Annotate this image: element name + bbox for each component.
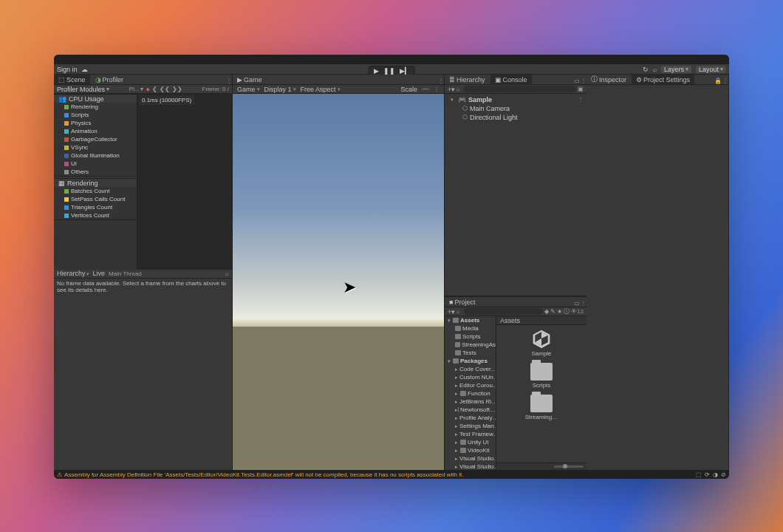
search-icon[interactable]: ⌕ xyxy=(653,66,657,73)
tab-project[interactable]: ■Project xyxy=(445,297,479,307)
profiler-metric[interactable]: Others xyxy=(54,168,137,176)
step-button[interactable]: ▶▎ xyxy=(400,67,410,75)
add-button[interactable]: +▾ xyxy=(448,308,455,316)
folder-row[interactable]: ▸Code Cover… xyxy=(445,365,496,373)
scale-slider[interactable] xyxy=(422,88,429,90)
profiler-metric[interactable]: Rendering xyxy=(54,103,137,111)
profiler-metric[interactable]: GarbageCollector xyxy=(54,135,137,143)
folder-row[interactable]: StreamingAs xyxy=(445,341,496,349)
filter-icon[interactable]: ✎ xyxy=(550,308,555,315)
folder-row[interactable]: Tests xyxy=(445,349,496,357)
scene-menu-icon[interactable]: ⋮ xyxy=(578,95,584,104)
hierarchy-search[interactable] xyxy=(464,86,576,92)
add-button[interactable]: +▾ xyxy=(448,86,455,93)
folder-row[interactable]: Media xyxy=(445,324,496,332)
project-search[interactable] xyxy=(464,308,543,315)
panel-menu-icon[interactable]: ⋮ xyxy=(581,300,587,307)
live-toggle[interactable]: Live xyxy=(93,270,106,277)
warning-icon[interactable]: ⚠ xyxy=(57,471,62,478)
signin-button[interactable]: Sign in xyxy=(57,66,78,73)
folder-row[interactable]: ▸Editor Corou… xyxy=(445,381,496,389)
folder-row[interactable]: ▸VideoKit xyxy=(445,446,496,454)
folder-row[interactable]: ▸Newtonsoft… xyxy=(445,406,496,414)
game-options-icon[interactable]: ⋮ xyxy=(434,86,440,92)
asset-folder[interactable]: Scripts xyxy=(499,363,584,389)
status-icon[interactable]: ⟳ xyxy=(705,471,710,478)
status-icon[interactable]: ⬚ xyxy=(696,471,702,478)
profiler-chart-area[interactable]: 0.1ms (10000FPS) xyxy=(137,94,232,270)
panel-menu-icon[interactable]: ⋮ xyxy=(226,78,232,84)
asset-folder[interactable]: Streaming… xyxy=(499,395,584,420)
hidden-count[interactable]: 👁13 xyxy=(571,308,584,315)
cpu-usage-module[interactable]: 👥CPU Usage xyxy=(54,95,137,103)
panel-maximize-icon[interactable]: ▭ xyxy=(574,300,580,307)
panel-menu-icon[interactable]: ⋮ xyxy=(581,78,587,84)
asset-scene[interactable]: Sample xyxy=(499,328,584,357)
profiler-metric[interactable]: Animation xyxy=(54,127,137,135)
game-view[interactable]: ➤ xyxy=(233,94,444,470)
gameobject-row[interactable]: ⬡Directional Light xyxy=(448,113,584,122)
tab-console[interactable]: ▣Console xyxy=(490,75,532,84)
profiler-metric[interactable]: Scripts xyxy=(54,111,137,119)
project-tree[interactable]: ▾Assets MediaScriptsStreamingAsTests ▾Pa… xyxy=(445,316,496,470)
status-message[interactable]: Assembly for Assembly Definition File 'A… xyxy=(64,471,463,478)
search-icon[interactable]: ⌕ xyxy=(457,86,460,92)
folder-row[interactable]: ▸Profile Analy… xyxy=(445,414,496,422)
profiler-metric[interactable]: UI xyxy=(54,160,137,168)
folder-row[interactable]: ▸Visual Studio… xyxy=(445,454,496,463)
undo-history-icon[interactable]: ↻ xyxy=(643,66,649,73)
grid-size-slider[interactable] xyxy=(554,466,584,468)
pause-button[interactable]: ❚❚ xyxy=(383,67,395,75)
play-button[interactable]: ▶ xyxy=(374,67,379,75)
profiler-metric[interactable]: Physics xyxy=(54,119,137,127)
favorite-icon[interactable]: ★ xyxy=(557,308,562,315)
hidden-icon[interactable]: ⓘ xyxy=(564,307,570,316)
panel-maximize-icon[interactable]: ▭ xyxy=(574,78,580,84)
rendering-module[interactable]: ▦Rendering xyxy=(54,179,137,187)
folder-row[interactable]: ▸Function xyxy=(445,389,496,398)
target-dropdown[interactable]: Pl...▾ xyxy=(129,86,144,92)
gameobject-row[interactable]: ⬡Main Camera xyxy=(448,104,584,113)
layout-dropdown[interactable]: Layout▾ xyxy=(696,66,726,73)
prev-frames-icon[interactable]: ❮❮ xyxy=(160,86,170,92)
tab-project-settings[interactable]: ⚙Project Settings xyxy=(632,75,694,84)
folder-row[interactable]: ▸JetBrains Ri… xyxy=(445,398,496,406)
aspect-dropdown[interactable]: Free Aspect xyxy=(301,86,341,93)
panel-menu-icon[interactable]: ⋮ xyxy=(722,78,728,84)
panel-menu-icon[interactable]: ⋮ xyxy=(438,78,444,84)
profiler-metric[interactable]: SetPass Calls Count xyxy=(54,195,137,203)
tab-profiler[interactable]: ◑Profiler xyxy=(91,75,129,84)
game-mode-dropdown[interactable]: Game xyxy=(237,86,260,93)
next-frames-icon[interactable]: ❯❯ xyxy=(172,86,182,92)
profiler-modules-dropdown[interactable]: Profiler Modules▾ xyxy=(57,86,109,93)
hierarchy-options-icon[interactable]: ▣ xyxy=(578,86,584,92)
status-icon[interactable]: ⊘ xyxy=(721,471,726,478)
packages-folder[interactable]: ▾Packages xyxy=(445,357,496,365)
layers-dropdown[interactable]: Layers▾ xyxy=(661,66,691,73)
profiler-metric[interactable]: VSync xyxy=(54,143,137,151)
profiler-metric[interactable]: Batches Count xyxy=(54,187,137,195)
filter-icon[interactable]: ◆ xyxy=(544,308,549,315)
tab-game[interactable]: ▶Game xyxy=(233,75,267,84)
prev-frame-icon[interactable]: ❮ xyxy=(152,86,157,92)
assets-folder[interactable]: ▾Assets xyxy=(445,316,496,324)
status-icon[interactable]: ◑ xyxy=(713,471,718,478)
cloud-icon[interactable]: ☁ xyxy=(81,66,88,73)
window-titlebar[interactable] xyxy=(54,55,729,64)
tab-hierarchy[interactable]: ≣Hierarchy xyxy=(445,75,490,84)
detail-view-dropdown[interactable]: Hierarchy xyxy=(57,270,89,277)
search-icon[interactable]: ⌕ xyxy=(457,308,460,315)
detail-search-icon[interactable]: ⌕ xyxy=(225,270,229,277)
profiler-metric[interactable]: Vertices Count xyxy=(54,211,137,219)
folder-row[interactable]: ▸Test Framew… xyxy=(445,430,496,438)
tab-inspector[interactable]: ⓘInspector xyxy=(587,75,631,84)
scene-row[interactable]: ▾🎮Sample⋮ xyxy=(448,95,584,104)
project-breadcrumb[interactable]: Assets xyxy=(496,316,587,325)
folder-row[interactable]: Scripts xyxy=(445,332,496,341)
folder-row[interactable]: ▸Visual Studio… xyxy=(445,463,496,470)
display-dropdown[interactable]: Display 1 xyxy=(264,86,296,93)
lock-icon[interactable]: 🔒 xyxy=(714,78,722,84)
folder-row[interactable]: ▸Settings Man… xyxy=(445,422,496,430)
record-button[interactable]: ● xyxy=(146,86,149,93)
folder-row[interactable]: ▸Unity UI xyxy=(445,438,496,446)
